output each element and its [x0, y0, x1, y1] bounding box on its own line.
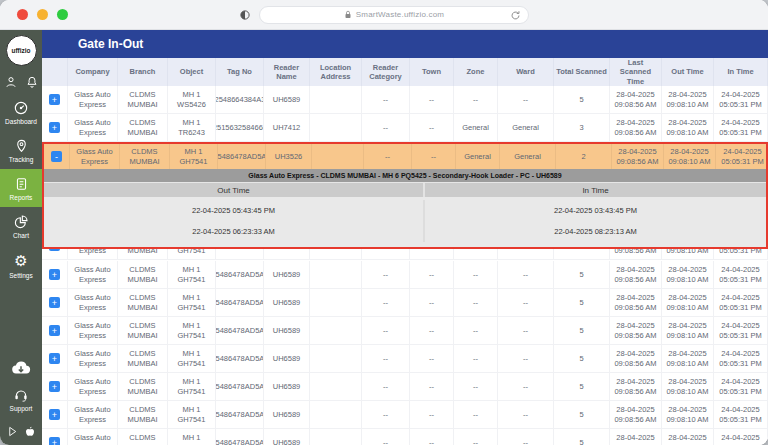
cell-branch: CLDMS MUMBAI [118, 86, 168, 113]
expand-row-button[interactable]: + [49, 381, 60, 392]
cell-reader_category: -- [362, 345, 410, 372]
cell-town: -- [410, 429, 454, 445]
cell-zone: -- [454, 86, 498, 113]
cell-object: MH 1 GH7541 [168, 261, 216, 288]
cell-out_time: 28-04-2025 09:08:10 AM [662, 114, 714, 141]
close-button[interactable] [17, 9, 28, 20]
table-row: +Glass Auto ExpressCLDMS MUMBAIMH 1 GH75… [42, 249, 768, 260]
cell-total_scanned: 5 [554, 429, 610, 445]
expand-row-button[interactable]: + [49, 122, 60, 133]
sidebar-item-reports[interactable]: Reports [0, 169, 42, 207]
refresh-icon[interactable] [510, 10, 521, 21]
expand-row-button[interactable]: + [49, 353, 60, 364]
cell-out_time: 28-04-2025 09:08:10 AM [662, 345, 714, 372]
column-header-zone: Zone [454, 58, 498, 86]
zoom-button[interactable] [57, 9, 68, 20]
column-header-branch: Branch [118, 58, 168, 86]
cell-reader_name: UH6589 [264, 289, 310, 316]
cell-zone: -- [454, 401, 498, 428]
address-bar[interactable]: SmartWaste.uffizio.com [259, 6, 529, 24]
cell-object: MH 1 GH7541 [168, 401, 216, 428]
browser-chrome: SmartWaste.uffizio.com [0, 0, 768, 30]
column-header-last_scanned_time: Last Scanned Time [610, 58, 662, 86]
detail-out-time: 22-04-2025 06:23:33 AM [44, 221, 423, 242]
sidebar-item-support[interactable]: Support [0, 380, 42, 418]
cell-object: MH 1 WS5426 [168, 86, 216, 113]
logo-text: uffizio [11, 47, 30, 54]
cell-company: Glass Auto Express [68, 261, 118, 288]
sidebar-item-dashboard[interactable]: Dashboard [0, 93, 42, 131]
uffizio-logo[interactable]: uffizio [6, 35, 37, 66]
cell-tag_no: E25486478AD5A3.. [216, 317, 264, 344]
cell-zone: -- [454, 261, 498, 288]
cell-last_scanned_time: 28-04-2025 09:08:56 AM [610, 401, 662, 428]
cell-object: MH 1 TR6243 [168, 114, 216, 141]
cell-in_time: 24-04-2025 05:05:31 PM [716, 144, 768, 169]
cell-location_address [310, 317, 362, 344]
cell-ward: General [498, 114, 554, 141]
collapse-row-button[interactable]: - [51, 151, 62, 162]
cell-last_scanned_time: 28-04-2025 09:08:56 AM [610, 373, 662, 400]
column-header-expand [42, 58, 68, 86]
table-row: +Glass Auto ExpressCLDMS MUMBAIMH 1 GH75… [42, 261, 768, 289]
cell-total_scanned: 3 [554, 114, 610, 141]
cell-town: -- [410, 114, 454, 141]
expand-row-button[interactable]: + [49, 94, 60, 105]
cell-reader_category: -- [362, 401, 410, 428]
expand-row-button[interactable]: + [49, 437, 60, 445]
cell-total_scanned: 5 [554, 249, 610, 259]
cell-reader_name: UH3526 [266, 144, 312, 169]
table-row-selected: -Glass Auto ExpressCLDMS MUMBAIMH 1 GH75… [44, 144, 766, 169]
minimize-button[interactable] [37, 9, 48, 20]
cell-ward: -- [498, 249, 554, 259]
cloud-download-icon[interactable] [10, 359, 32, 376]
cell-location_address [310, 401, 362, 428]
cell-zone: -- [454, 373, 498, 400]
cell-total_scanned: 5 [554, 86, 610, 113]
expand-row-button[interactable]: + [49, 269, 60, 280]
detail-panel-title: Glass Auto Express - CLDMS MUMBAI - MH 6… [44, 169, 766, 182]
user-icon[interactable] [4, 75, 18, 89]
expand-row-button[interactable]: + [49, 297, 60, 308]
column-header-ward: Ward [498, 58, 554, 86]
cell-tag_no: E25486478AD5A3.. [216, 289, 264, 316]
cell-tag_no: E25486478AD5A3.. [216, 345, 264, 372]
sidebar-item-settings[interactable]: ⚙Settings [0, 245, 42, 285]
bell-icon[interactable] [25, 75, 39, 89]
cell-branch: CLDMS MUMBAI [118, 373, 168, 400]
report-icon [14, 176, 29, 192]
cell-in_time: 24-04-2025 05:05:31 PM [714, 401, 768, 428]
table-row: +Glass Auto ExpressCLDMS MUMBAIMH 1 GH75… [42, 429, 768, 445]
cell-branch: CLDMS MUMBAI [118, 345, 168, 372]
cell-object: MH 1 GH7541 [168, 373, 216, 400]
cell-in_time: 24-04-2025 05:05:31 PM [714, 429, 768, 445]
google-play-icon[interactable] [7, 426, 18, 437]
table-row: +Glass Auto ExpressCLDMS MUMBAIMH 1 GH75… [42, 289, 768, 317]
sidebar-item-label: Chart [13, 232, 29, 239]
cell-tag_no: E25486478AD5A3.. [216, 373, 264, 400]
table-body: +Glass Auto ExpressCLDMS MUMBAIMH 1 WS54… [42, 86, 768, 445]
cell-out_time: 28-04-2025 09:08:10 AM [662, 429, 714, 445]
cell-in_time: 24-04-2025 05:05:31 PM [714, 289, 768, 316]
sidebar-item-tracking[interactable]: Tracking [0, 131, 42, 169]
cell-reader_category: -- [362, 317, 410, 344]
expand-row-button[interactable]: + [49, 249, 60, 251]
cell-branch: CLDMS MUMBAI [118, 249, 168, 259]
cell-ward: -- [498, 86, 554, 113]
cell-last_scanned_time: 28-04-2025 09:08:56 AM [610, 114, 662, 141]
detail-in-time: 22-04-2025 08:23:13 AM [423, 221, 766, 242]
cell-ward: -- [498, 345, 554, 372]
apple-icon[interactable] [24, 425, 36, 438]
cell-reader_category: -- [362, 114, 410, 141]
sidebar-item-label: Dashboard [5, 118, 37, 125]
sidebar-item-chart[interactable]: Chart [0, 207, 42, 245]
cell-company: Glass Auto Express [68, 401, 118, 428]
expand-row-button[interactable]: + [49, 325, 60, 336]
expand-row-button[interactable]: + [49, 409, 60, 420]
detail-panel-subheader: Out Time In Time [44, 182, 766, 197]
speedometer-icon [13, 100, 29, 116]
cell-ward: -- [498, 289, 554, 316]
cell-reader_category: -- [362, 429, 410, 445]
shield-icon[interactable] [239, 9, 251, 21]
cell-location_address [310, 345, 362, 372]
